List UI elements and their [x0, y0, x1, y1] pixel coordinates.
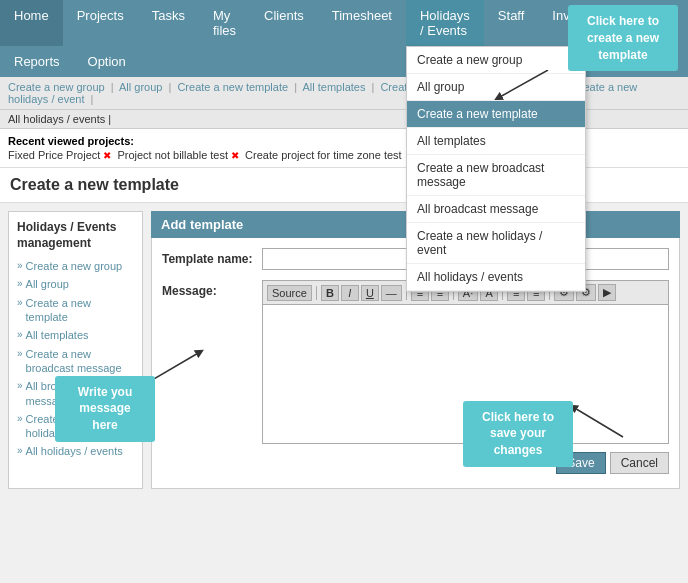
dropdown-create-template[interactable]: Create a new template: [407, 101, 585, 128]
arrow-icon: »: [17, 413, 23, 424]
breadcrumb-create-template[interactable]: Create a new template: [177, 81, 288, 93]
nav-myfiles[interactable]: My files: [199, 0, 250, 46]
dropdown-all-holidays[interactable]: All holidays / events: [407, 264, 585, 291]
dropdown-all-group[interactable]: All group: [407, 74, 585, 101]
toolbar-table[interactable]: ▶: [598, 284, 616, 301]
message-label: Message:: [162, 280, 262, 298]
holidays-dropdown: Create a new group All group Create a ne…: [406, 46, 586, 292]
action-buttons: Save Cancel: [162, 444, 669, 478]
breadcrumb-all-holidays[interactable]: All holidays / events: [8, 113, 105, 125]
recent-title: Recent viewed projects:: [8, 135, 134, 147]
arrow-icon: »: [17, 329, 23, 340]
arrow-icon: »: [17, 278, 23, 289]
template-name-label: Template name:: [162, 252, 262, 266]
arrow-icon: »: [17, 380, 23, 391]
nav-timesheet[interactable]: Timesheet: [318, 0, 406, 46]
proj-3: Create project for time zone test ✖: [245, 149, 413, 161]
tooltip-save-changes: Click here to save your changes: [463, 401, 573, 467]
tooltip-create-template: Click here to create a new template: [568, 5, 678, 71]
sidebar-item-all-group[interactable]: » All group: [17, 277, 134, 291]
arrow-icon: »: [17, 445, 23, 456]
toolbar-source[interactable]: Source: [267, 285, 312, 301]
nav-option[interactable]: Option: [74, 46, 140, 77]
nav-reports[interactable]: Reports: [0, 46, 74, 77]
toolbar-bold[interactable]: B: [321, 285, 339, 301]
toolbar-strike[interactable]: —: [381, 285, 402, 301]
nav-home[interactable]: Home: [0, 0, 63, 46]
message-row: Message: Source B I U — ≡ ≡: [162, 280, 669, 444]
sidebar-item-create-group[interactable]: » Create a new group: [17, 259, 134, 273]
sidebar-title: Holidays / Events management: [17, 220, 134, 251]
toolbar-underline[interactable]: U: [361, 285, 379, 301]
breadcrumb-create-group[interactable]: Create a new group: [8, 81, 105, 93]
breadcrumb-all-templates[interactable]: All templates: [302, 81, 365, 93]
sidebar-item-create-template[interactable]: » Create a new template: [17, 296, 134, 325]
toolbar-italic[interactable]: I: [341, 285, 359, 301]
cancel-button[interactable]: Cancel: [610, 452, 669, 474]
nav-projects[interactable]: Projects: [63, 0, 138, 46]
sidebar-item-all-templates[interactable]: » All templates: [17, 328, 134, 342]
dropdown-create-holiday[interactable]: Create a new holidays / event: [407, 223, 585, 264]
dropdown-all-templates[interactable]: All templates: [407, 128, 585, 155]
arrow-icon: »: [17, 260, 23, 271]
nav-clients[interactable]: Clients: [250, 0, 318, 46]
dropdown-all-broadcast[interactable]: All broadcast message: [407, 196, 585, 223]
sidebar-item-create-broadcast[interactable]: » Create a new broadcast message: [17, 347, 134, 376]
toolbar-sep1: [316, 286, 317, 300]
dropdown-create-broadcast[interactable]: Create a new broadcast message: [407, 155, 585, 196]
proj-1: Fixed Price Project ✖: [8, 149, 111, 161]
nav-staff[interactable]: Staff: [484, 0, 539, 46]
arrow-icon: »: [17, 348, 23, 359]
sidebar: Holidays / Events management » Create a …: [8, 211, 143, 489]
nav-tasks[interactable]: Tasks: [138, 0, 199, 46]
nav-holidays[interactable]: Holidays / Events: [406, 0, 484, 46]
sidebar-item-all-holidays[interactable]: » All holidays / events: [17, 444, 134, 458]
breadcrumb-all-group[interactable]: All group: [119, 81, 162, 93]
proj-2: Project not billable test ✖: [117, 149, 239, 161]
dropdown-create-group[interactable]: Create a new group: [407, 47, 585, 74]
arrow-icon: »: [17, 297, 23, 308]
tooltip-write-message: Write you message here: [55, 376, 155, 442]
